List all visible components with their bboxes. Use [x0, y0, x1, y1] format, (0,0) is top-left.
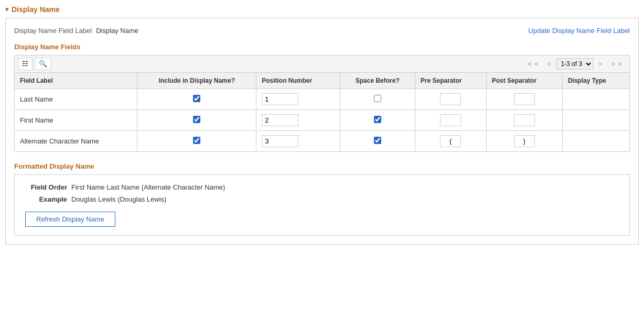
chevron-down-icon: ▾	[5, 6, 8, 13]
cell-position	[256, 130, 340, 151]
last-page-button[interactable]: ►►	[608, 59, 626, 69]
pre-separator-input[interactable]	[440, 135, 461, 147]
position-input[interactable]	[262, 135, 298, 147]
search-button[interactable]: 🔍	[35, 58, 51, 70]
cell-post-separator	[486, 89, 562, 109]
space-before-checkbox[interactable]	[374, 116, 381, 123]
cell-position	[256, 109, 340, 130]
cell-include	[137, 89, 256, 109]
display-name-fields-title: Display Name Fields	[14, 43, 630, 51]
field-label-text: Display Name Field Label	[14, 27, 92, 35]
space-before-checkbox[interactable]	[374, 137, 381, 144]
formatted-display-name-section: Formatted Display Name Field Order First…	[14, 162, 630, 236]
cell-field-label: Last Name	[15, 89, 137, 109]
field-order-row: Field Order First Name Last Name (Altern…	[25, 183, 619, 191]
post-separator-input[interactable]	[514, 114, 535, 126]
col-position: Position Number	[256, 72, 340, 89]
cell-post-separator	[486, 109, 562, 130]
post-separator-input[interactable]	[514, 135, 535, 147]
display-name-section: Display Name Field Label Display Name Up…	[5, 18, 639, 245]
pre-separator-input[interactable]	[440, 114, 461, 126]
pagination-area: ◄◄ ◄ 1-3 of 3 ► ►►	[523, 58, 626, 70]
example-label: Example	[25, 195, 67, 203]
cell-space-before	[340, 109, 415, 130]
cell-pre-separator	[415, 130, 486, 151]
field-label-value: Display Name	[96, 27, 138, 35]
cell-space-before	[340, 130, 415, 151]
col-display-type: Display Type	[562, 72, 629, 89]
section-header[interactable]: ▾ Display Name	[5, 5, 639, 14]
position-input[interactable]	[262, 93, 298, 105]
cell-display-type	[562, 130, 629, 151]
col-post-separator: Post Separator	[486, 72, 562, 89]
table-row: Last Name	[15, 89, 630, 109]
cell-pre-separator	[415, 109, 486, 130]
col-pre-separator: Pre Separator	[415, 72, 486, 89]
grid-view-button[interactable]: ☷	[18, 58, 33, 70]
display-name-fields-table: Field Label Include in Display Name? Pos…	[14, 72, 630, 152]
table-toolbar: ☷ 🔍 ◄◄ ◄ 1-3 of 3 ► ►►	[14, 55, 630, 72]
cell-display-type	[562, 89, 629, 109]
include-checkbox[interactable]	[193, 95, 200, 102]
cell-position	[256, 89, 340, 109]
example-value: Douglas Lewis (Douglas Lewis)	[71, 195, 166, 203]
post-separator-input[interactable]	[514, 93, 535, 105]
cell-field-label: Alternate Character Name	[15, 130, 137, 151]
section-title: Display Name	[12, 5, 60, 14]
col-field-label: Field Label	[15, 72, 137, 89]
first-page-button[interactable]: ◄◄	[523, 59, 541, 69]
pre-separator-input[interactable]	[440, 93, 461, 105]
update-display-name-link[interactable]: Update Display Name Field Label	[528, 27, 630, 35]
cell-field-label: First Name	[15, 109, 137, 130]
next-page-button[interactable]: ►	[595, 59, 606, 69]
cell-space-before	[340, 89, 415, 109]
include-checkbox[interactable]	[193, 116, 200, 123]
refresh-display-name-button[interactable]: Refresh Display Name	[25, 212, 115, 227]
formatted-display-name-title: Formatted Display Name	[14, 162, 630, 170]
col-space-before: Space Before?	[340, 72, 415, 89]
prev-page-button[interactable]: ◄	[543, 59, 554, 69]
formatted-display-name-box: Field Order First Name Last Name (Altern…	[14, 174, 630, 236]
grid-icon: ☷	[22, 60, 28, 68]
table-row: Alternate Character Name	[15, 130, 630, 151]
cell-post-separator	[486, 130, 562, 151]
cell-include	[137, 130, 256, 151]
position-input[interactable]	[262, 114, 298, 126]
example-row: Example Douglas Lewis (Douglas Lewis)	[25, 195, 619, 203]
space-before-checkbox[interactable]	[374, 95, 381, 102]
cell-include	[137, 109, 256, 130]
col-include: Include in Display Name?	[137, 72, 256, 89]
include-checkbox[interactable]	[193, 137, 200, 144]
search-icon: 🔍	[39, 60, 47, 68]
table-row: First Name	[15, 109, 630, 130]
field-label-row: Display Name Field Label Display Name Up…	[14, 27, 630, 35]
page-select[interactable]: 1-3 of 3	[556, 58, 593, 70]
field-order-label: Field Order	[25, 183, 67, 191]
field-order-value: First Name Last Name (Alternate Characte…	[71, 183, 225, 191]
cell-pre-separator	[415, 89, 486, 109]
cell-display-type	[562, 109, 629, 130]
